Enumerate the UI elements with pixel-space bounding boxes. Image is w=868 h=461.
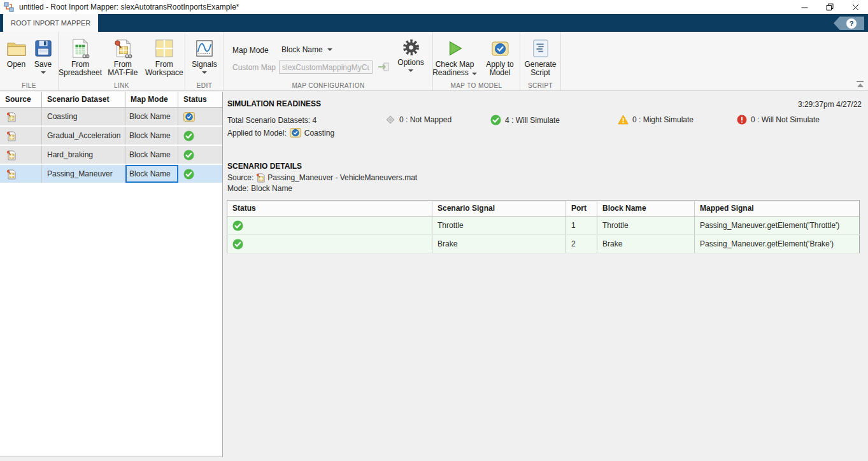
map-mode-cell-selected[interactable]: Block Name: [125, 165, 178, 183]
tab-root-inport-mapper[interactable]: ROOT INPORT MAPPER: [3, 14, 98, 32]
not-mapped-diamond-icon: [385, 115, 395, 125]
details-header-row: Status Scenario Signal Port Block Name M…: [227, 201, 860, 216]
mat-file-pin-icon: [6, 131, 16, 141]
save-button[interactable]: Save: [34, 36, 52, 74]
spreadsheet-icon: [70, 36, 90, 60]
will-simulate-check-icon: [490, 115, 501, 125]
section-map-to-model: Check Map Readiness Apply to Model: [433, 32, 520, 90]
gear-icon: [402, 36, 420, 59]
map-mode-caret: [327, 48, 332, 51]
open-button[interactable]: Open: [6, 36, 27, 74]
mat-file-icon: [113, 36, 133, 60]
root-inport-mapper-window: untitled - Root Inport Mapper: slexAutot…: [0, 0, 868, 461]
close-button[interactable]: [843, 0, 868, 14]
signals-button[interactable]: Signals: [192, 36, 217, 74]
map-mode-label: Map Mode: [232, 46, 269, 55]
generate-script-button[interactable]: Generate Script: [522, 36, 559, 77]
signals-wave-icon: [196, 36, 213, 60]
applied-to-model-badge-icon: [290, 128, 301, 138]
section-link: From Spreadsheet: [59, 32, 185, 90]
applied-to-model-badge-icon: [183, 112, 195, 122]
scenario-source-line: Source: Passing_Maneuver - VehicleManeuv…: [227, 173, 417, 183]
scenario-row-passing-maneuver[interactable]: Passing_Maneuver Block Name: [0, 165, 222, 183]
scenario-row-gradual-acceleration[interactable]: Gradual_Acceleration Block Name: [0, 127, 222, 145]
header-port: Port: [566, 201, 597, 216]
script-document-icon: [532, 36, 550, 60]
signal-row-brake[interactable]: Brake 2 Brake Passing_Maneuver.getElemen…: [227, 235, 860, 253]
window-controls: [792, 0, 868, 14]
help-icon: ?: [846, 18, 857, 29]
header-source: Source: [0, 92, 42, 107]
legend-will-simulate: 4 : Will Simulate: [490, 115, 560, 125]
collapse-ribbon-button[interactable]: [857, 81, 864, 87]
header-block-name: Block Name: [597, 201, 695, 216]
map-mode-cell[interactable]: Block Name: [125, 127, 178, 145]
scenario-details-heading: SCENARIO DETAILS: [227, 162, 302, 171]
window-title: untitled - Root Inport Mapper: slexAutot…: [19, 3, 239, 11]
scenario-table-header: Source Scenario Dataset Map Mode Status: [0, 92, 222, 108]
toolstrip-tab-bar: ROOT INPORT MAPPER ?: [0, 14, 868, 32]
custom-map-browse-icon[interactable]: [377, 61, 390, 73]
help-button[interactable]: ?: [834, 17, 864, 30]
from-workspace-button[interactable]: From Workspace: [144, 36, 185, 77]
options-dropdown-caret: [408, 69, 413, 72]
will-simulate-check-icon: [232, 220, 243, 229]
will-simulate-check-icon: [232, 239, 243, 248]
workspace-grid-icon: [154, 36, 174, 60]
signal-row-throttle[interactable]: Throttle 1 Throttle Passing_Maneuver.get…: [227, 216, 860, 235]
section-file: Open Save FILE: [0, 32, 59, 90]
header-map-mode: Map Mode: [125, 92, 178, 107]
will-simulate-check-icon: [183, 131, 194, 141]
restore-button[interactable]: [817, 0, 843, 14]
details-panel: SIMULATION READINESS 3:29:37pm 4/27/22 T…: [223, 92, 868, 461]
save-dropdown-caret: [41, 71, 46, 74]
total-scenario-datasets: Total Scenario Datasets: 4: [227, 116, 317, 125]
map-mode-dropdown[interactable]: Block Name: [281, 45, 332, 54]
from-mat-file-button[interactable]: From MAT-File: [104, 36, 141, 77]
app-icon: [4, 2, 14, 12]
legend-not-mapped: 0 : Not Mapped: [385, 115, 452, 125]
ribbon-spacer: [561, 32, 868, 90]
header-scenario-dataset: Scenario Dataset: [42, 92, 125, 107]
header-scenario-signal: Scenario Signal: [432, 201, 566, 216]
scenario-mode-line: Mode: Block Name: [227, 184, 292, 193]
readiness-timestamp: 3:29:37pm 4/27/22: [798, 100, 862, 109]
legend-might-simulate: 0 : Might Simulate: [618, 115, 694, 125]
applied-to-model-line: Applied to Model: Coasting: [227, 128, 334, 138]
header-mapped-signal: Mapped Signal: [695, 201, 860, 216]
check-readiness-play-icon: [446, 36, 464, 60]
scenario-row-coasting[interactable]: Coasting Block Name: [0, 108, 222, 125]
map-mode-cell[interactable]: Block Name: [125, 108, 178, 125]
might-simulate-warning-icon: [618, 115, 629, 125]
custom-map-label: Custom Map: [232, 63, 276, 72]
mat-file-pin-icon: [6, 150, 16, 160]
scenario-dataset-panel: Source Scenario Dataset Map Mode Status …: [0, 92, 223, 457]
will-simulate-check-icon: [183, 150, 194, 160]
apply-to-model-button[interactable]: Apply to Model: [481, 36, 519, 77]
mat-file-pin-icon: [6, 111, 16, 122]
mat-file-pin-icon: [6, 169, 16, 180]
section-edit: Signals EDIT: [185, 32, 224, 90]
signals-dropdown-caret: [202, 71, 207, 74]
minimize-button[interactable]: [792, 0, 817, 14]
save-floppy-icon: [34, 36, 52, 60]
ribbon: Open Save FILE: [0, 32, 868, 91]
check-readiness-caret: [472, 73, 477, 75]
will-simulate-check-icon: [183, 169, 194, 180]
open-folder-icon: [6, 36, 27, 60]
from-spreadsheet-button[interactable]: From Spreadsheet: [59, 36, 102, 77]
section-script: Generate Script SCRIPT: [520, 32, 561, 90]
section-map-configuration: Map Mode Block Name Custom Map: [224, 32, 433, 90]
will-not-simulate-error-icon: [737, 115, 747, 125]
mat-file-pin-icon: [256, 173, 265, 183]
map-mode-cell[interactable]: Block Name: [125, 146, 178, 164]
simulation-readiness-heading: SIMULATION READINESS: [227, 99, 321, 108]
custom-map-input[interactable]: [279, 60, 373, 74]
header-status: Status: [227, 201, 432, 216]
header-status: Status: [178, 92, 222, 107]
apply-to-model-badge-icon: [492, 36, 509, 60]
options-button[interactable]: Options: [392, 36, 429, 72]
check-map-readiness-button[interactable]: Check Map Readiness: [434, 36, 476, 77]
legend-will-not-simulate: 0 : Will Not Simulate: [737, 115, 820, 125]
scenario-row-hard-braking[interactable]: Hard_braking Block Name: [0, 146, 222, 164]
